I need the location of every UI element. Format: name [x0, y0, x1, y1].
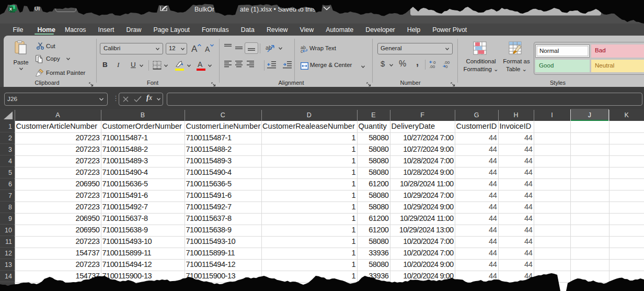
svg-text:X: X [9, 7, 13, 12]
svg-text:.00: .00 [429, 64, 435, 69]
svg-text:ab: ab [266, 44, 272, 51]
svg-text:A: A [205, 45, 210, 53]
svg-text:A: A [191, 44, 198, 53]
svg-text:0: 0 [445, 64, 448, 69]
svg-text:c: c [301, 49, 303, 53]
